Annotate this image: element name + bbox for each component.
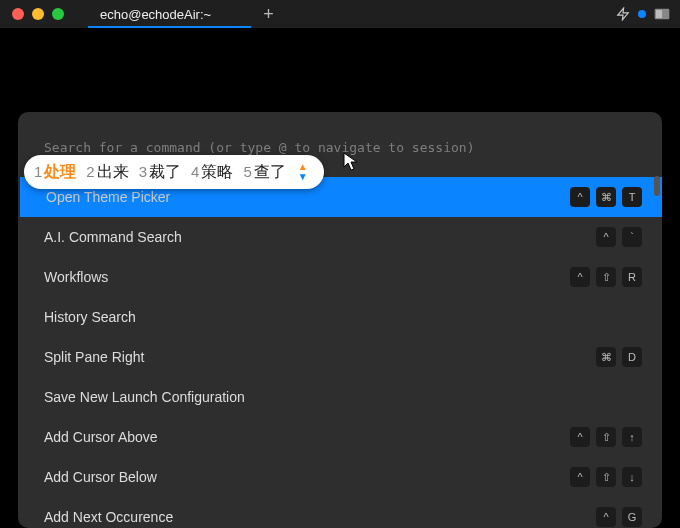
- command-label: A.I. Command Search: [44, 229, 182, 245]
- key-badge: R: [622, 267, 642, 287]
- panels-icon[interactable]: [654, 7, 670, 21]
- close-window-button[interactable]: [12, 8, 24, 20]
- new-tab-button[interactable]: +: [251, 4, 286, 25]
- shortcut-keys: ^⌘T: [570, 187, 642, 207]
- key-badge: ^: [596, 227, 616, 247]
- command-row[interactable]: Add Cursor Below^⇧↓: [18, 457, 662, 497]
- svg-rect-2: [656, 10, 662, 18]
- ime-candidate-number: 5: [243, 163, 251, 180]
- command-label: Add Cursor Below: [44, 469, 157, 485]
- command-row[interactable]: Split Pane Right⌘D: [18, 337, 662, 377]
- ime-candidate[interactable]: 4策略: [191, 162, 233, 183]
- ime-candidate-word: 查了: [254, 162, 286, 183]
- titlebar: echo@echodeAir:~ +: [0, 0, 680, 28]
- key-badge: D: [622, 347, 642, 367]
- tab-title: echo@echodeAir:~: [100, 7, 211, 22]
- ime-candidate-word: 出来: [97, 162, 129, 183]
- key-badge: T: [622, 187, 642, 207]
- key-badge: ⌘: [596, 187, 616, 207]
- command-label: History Search: [44, 309, 136, 325]
- ime-candidate-number: 1: [34, 163, 42, 180]
- command-row[interactable]: Add Cursor Above^⇧↑: [18, 417, 662, 457]
- ime-candidate[interactable]: 3裁了: [139, 162, 181, 183]
- key-badge: ^: [570, 467, 590, 487]
- ime-candidate-number: 4: [191, 163, 199, 180]
- shortcut-keys: ^⇧R: [570, 267, 642, 287]
- ime-candidate[interactable]: 2出来: [86, 162, 128, 183]
- command-row[interactable]: A.I. Command Search^`: [18, 217, 662, 257]
- window-controls: [0, 8, 64, 20]
- status-dot-icon: [638, 10, 646, 18]
- command-label: Workflows: [44, 269, 108, 285]
- command-list: Open Theme Picker^⌘TA.I. Command Search^…: [18, 177, 662, 528]
- key-badge: ^: [596, 507, 616, 527]
- key-badge: ⇧: [596, 467, 616, 487]
- key-badge: ⇧: [596, 427, 616, 447]
- command-label: Add Next Occurence: [44, 509, 173, 525]
- command-label: Save New Launch Configuration: [44, 389, 245, 405]
- key-badge: `: [622, 227, 642, 247]
- command-row[interactable]: Workflows^⇧R: [18, 257, 662, 297]
- shortcut-keys: ^G: [596, 507, 642, 527]
- tab-terminal[interactable]: echo@echodeAir:~: [88, 0, 251, 28]
- ime-candidate-word: 裁了: [149, 162, 181, 183]
- command-row[interactable]: History Search: [18, 297, 662, 337]
- command-label: Split Pane Right: [44, 349, 144, 365]
- command-row[interactable]: Save New Launch Configuration: [18, 377, 662, 417]
- scrollbar-thumb[interactable]: [654, 176, 660, 196]
- key-badge: ^: [570, 187, 590, 207]
- ime-candidate-word: 处理: [44, 162, 76, 183]
- ime-candidate-number: 2: [86, 163, 94, 180]
- ime-candidate-number: 3: [139, 163, 147, 180]
- ime-paging-icon[interactable]: ▲▼: [296, 162, 310, 182]
- key-badge: ^: [570, 427, 590, 447]
- ime-candidate-bar[interactable]: 1处理2出来3裁了4策略5查了▲▼: [24, 155, 324, 189]
- search-input[interactable]: Search for a command (or type @ to navig…: [44, 140, 474, 155]
- key-badge: ⇧: [596, 267, 616, 287]
- key-badge: ↑: [622, 427, 642, 447]
- tab-strip: echo@echodeAir:~ +: [88, 0, 286, 28]
- ime-candidate[interactable]: 1处理: [34, 162, 76, 183]
- cursor-icon: [343, 152, 359, 176]
- key-badge: ↓: [622, 467, 642, 487]
- command-palette: Search for a command (or type @ to navig…: [18, 112, 662, 528]
- shortcut-keys: ⌘D: [596, 347, 642, 367]
- svg-marker-0: [618, 8, 629, 20]
- key-badge: G: [622, 507, 642, 527]
- bolt-icon[interactable]: [616, 7, 630, 21]
- shortcut-keys: ^⇧↓: [570, 467, 642, 487]
- key-badge: ^: [570, 267, 590, 287]
- command-row[interactable]: Add Next Occurence^G: [18, 497, 662, 528]
- shortcut-keys: ^⇧↑: [570, 427, 642, 447]
- key-badge: ⌘: [596, 347, 616, 367]
- command-label: Open Theme Picker: [46, 189, 170, 205]
- minimize-window-button[interactable]: [32, 8, 44, 20]
- maximize-window-button[interactable]: [52, 8, 64, 20]
- ime-candidate[interactable]: 5查了: [243, 162, 285, 183]
- ime-candidate-word: 策略: [201, 162, 233, 183]
- titlebar-right-icons: [616, 7, 670, 21]
- command-label: Add Cursor Above: [44, 429, 158, 445]
- shortcut-keys: ^`: [596, 227, 642, 247]
